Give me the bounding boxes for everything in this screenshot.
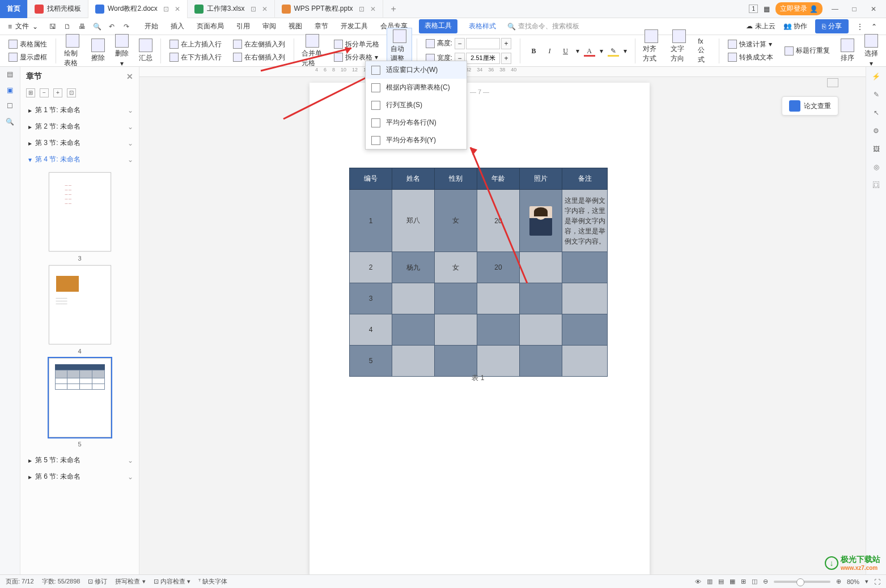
- cell[interactable]: [520, 252, 562, 283]
- thumb-4[interactable]: ———————————————: [49, 265, 111, 344]
- cell[interactable]: 郑八: [392, 190, 435, 252]
- share-button[interactable]: ⎘分享: [815, 19, 849, 33]
- chevron-down-icon[interactable]: ⌄: [128, 156, 133, 164]
- apps-icon[interactable]: ▦: [764, 5, 770, 13]
- zoom-out[interactable]: ⊖: [763, 578, 768, 585]
- to-text[interactable]: 转换成文本: [726, 52, 775, 63]
- dd-swap[interactable]: 行列互换(S): [366, 96, 467, 114]
- cell[interactable]: [392, 314, 435, 346]
- highlight-button[interactable]: ✎: [608, 45, 619, 57]
- fullscreen-icon[interactable]: ⛶: [874, 578, 880, 585]
- draw-table[interactable]: 绘制表格: [61, 33, 84, 69]
- tab-start[interactable]: 开始: [143, 19, 159, 33]
- ins-below[interactable]: 在下方插入行: [168, 52, 223, 63]
- nav-section-6[interactable]: ▸ 第 6 节: 未命名⌄: [20, 468, 139, 485]
- cell[interactable]: [477, 314, 520, 346]
- merge-cells[interactable]: 合并单元格: [298, 33, 327, 69]
- tab-chapter[interactable]: 章节: [313, 19, 329, 33]
- status-content[interactable]: ⊡ 内容检查 ▾: [154, 577, 190, 586]
- chevron-down-icon[interactable]: ⌄: [128, 473, 133, 481]
- cell[interactable]: 4: [350, 314, 392, 346]
- file-menu[interactable]: ≡文件⌄: [5, 22, 41, 31]
- cell[interactable]: 1: [350, 190, 392, 252]
- cell[interactable]: [392, 283, 435, 314]
- nav-section-2[interactable]: ▸ 第 2 节: 未命名⌄: [20, 118, 139, 135]
- select[interactable]: 选择▾: [861, 33, 881, 69]
- save-icon[interactable]: 🖫: [48, 23, 57, 31]
- quick-calc[interactable]: 快速计算▾: [726, 39, 775, 50]
- close-icon[interactable]: ✕: [262, 5, 268, 13]
- status-spell[interactable]: 拼写检查 ▾: [115, 577, 145, 586]
- split-cells[interactable]: 拆分单元格: [332, 39, 381, 50]
- expand-icon[interactable]: ⿴: [873, 181, 880, 189]
- delete[interactable]: 删除▾: [112, 33, 132, 69]
- summary[interactable]: 汇总: [135, 37, 156, 64]
- status-page[interactable]: 页面: 7/12: [6, 577, 34, 586]
- tab-insert[interactable]: 插入: [169, 19, 185, 33]
- pen-icon[interactable]: ✎: [874, 91, 879, 99]
- bold-button[interactable]: B: [528, 45, 540, 57]
- outline-icon[interactable]: ▤: [7, 70, 13, 78]
- new-icon[interactable]: 🗋: [63, 23, 72, 31]
- gallery-icon[interactable]: 🖼: [873, 145, 880, 153]
- bookmark-icon[interactable]: ☐: [7, 102, 13, 110]
- redo-icon[interactable]: ↷: [122, 23, 131, 31]
- close-button[interactable]: ✕: [867, 5, 880, 13]
- cell-photo[interactable]: [520, 190, 562, 252]
- bulb-icon[interactable]: ◎: [874, 163, 879, 171]
- box-icon[interactable]: 1: [749, 5, 758, 13]
- ins-right[interactable]: 在右侧插入列: [231, 52, 287, 63]
- table-props[interactable]: 表格属性: [7, 39, 49, 50]
- cell[interactable]: [477, 346, 520, 377]
- collapse-icon[interactable]: ⌃: [871, 23, 877, 31]
- sort[interactable]: 排序: [837, 37, 858, 64]
- layout2-icon[interactable]: ▤: [718, 578, 724, 585]
- command-search[interactable]: 🔍查找命令、搜索模板: [507, 22, 579, 31]
- nav-section-4[interactable]: ▾ 第 4 节: 未命名⌄: [20, 151, 139, 168]
- dd-fit-window[interactable]: 适应窗口大小(W): [366, 61, 467, 79]
- cell[interactable]: 女: [435, 190, 477, 252]
- collapse-button[interactable]: [827, 78, 838, 87]
- cell[interactable]: 20: [477, 190, 520, 252]
- nav-tool-2[interactable]: −: [40, 88, 49, 97]
- cell[interactable]: [477, 283, 520, 314]
- tab-dev[interactable]: 开发工具: [340, 19, 369, 33]
- maximize-button[interactable]: □: [847, 5, 861, 13]
- cell[interactable]: [562, 283, 608, 314]
- cell-notes[interactable]: 这里是举例文字内容，这里是举例文字内容，这里是举例文字内容。: [562, 190, 608, 252]
- height-input[interactable]: [466, 38, 500, 49]
- inc-height[interactable]: +: [501, 38, 511, 49]
- zoom-slider[interactable]: [774, 581, 830, 583]
- thumb-5[interactable]: [49, 358, 111, 437]
- tab-layout[interactable]: 页面布局: [196, 19, 225, 33]
- dd-dist-rows[interactable]: 平均分布各行(N): [366, 114, 467, 131]
- new-tab-button[interactable]: +: [383, 4, 404, 14]
- layout4-icon[interactable]: ⊞: [741, 578, 746, 585]
- cell[interactable]: [435, 346, 477, 377]
- layout3-icon[interactable]: ▦: [730, 578, 735, 585]
- thumb-3[interactable]: — —— —— —— —— —: [49, 172, 111, 252]
- cloud-status[interactable]: ☁ 未上云: [746, 22, 775, 31]
- layout5-icon[interactable]: ◫: [752, 578, 757, 585]
- chevron-down-icon[interactable]: ⌄: [128, 123, 133, 131]
- tab-word-doc[interactable]: Word教程2.docx ⊡ ✕: [88, 0, 188, 18]
- cell[interactable]: [562, 346, 608, 377]
- ins-left[interactable]: 在左侧插入列: [231, 39, 287, 50]
- doc-table[interactable]: 编号 姓名 性别 年龄 照片 备注 1 郑八 女 20 这里是举例文字内容，这里…: [349, 168, 608, 377]
- tab-table-style[interactable]: 表格样式: [468, 19, 497, 33]
- nav-tool-4[interactable]: ⊡: [67, 88, 76, 97]
- nav-tool-1[interactable]: ⊞: [26, 88, 35, 97]
- erase[interactable]: 擦除: [88, 37, 108, 64]
- ins-above[interactable]: 在上方插入行: [168, 39, 223, 50]
- chevron-down-icon[interactable]: ⌄: [128, 139, 133, 147]
- more-icon[interactable]: ⋮: [857, 23, 863, 31]
- tab-review[interactable]: 审阅: [261, 19, 277, 33]
- lightning-icon[interactable]: ⚡: [872, 73, 880, 80]
- minimize-button[interactable]: —: [828, 5, 842, 13]
- cell[interactable]: [520, 346, 562, 377]
- close-icon[interactable]: ⊡: [163, 5, 169, 13]
- print-icon[interactable]: 🖶: [78, 23, 87, 31]
- dd-fit-content[interactable]: 根据内容调整表格(C): [366, 79, 467, 96]
- cell[interactable]: [562, 314, 608, 346]
- italic-button[interactable]: I: [544, 45, 556, 57]
